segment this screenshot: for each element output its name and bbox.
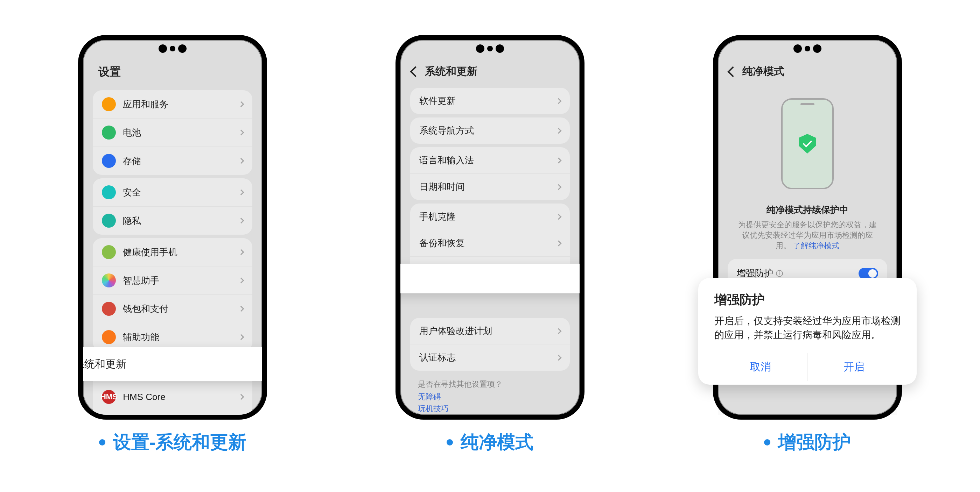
app-icon [102, 330, 116, 344]
app-icon [102, 214, 116, 228]
app-icon [102, 185, 116, 199]
settings-item-label: HMS Core [123, 392, 239, 403]
system-update-item[interactable]: 手机克隆 [410, 203, 570, 230]
phone-pure-mode: 纯净模式 纯净模式持续保护中 为提供更安全的服务以保护您的权益，建议优先安装经过… [713, 35, 902, 420]
settings-item-label: 隐私 [123, 215, 239, 227]
system-update-screen: 系统和更新 软件更新系统导航方式语言和输入法日期和时间手机克隆备份和恢复重置 用… [400, 40, 580, 415]
system-update-item[interactable]: 系统导航方式 [410, 117, 570, 144]
system-update-item-label: 手机克隆 [419, 211, 557, 223]
phone-notch [790, 44, 825, 53]
header-label: 系统和更新 [425, 64, 477, 79]
back-arrow-icon [410, 66, 421, 77]
system-update-item[interactable]: 软件更新 [410, 88, 570, 114]
chevron-right-icon [555, 98, 562, 104]
settings-item-label: 安全 [123, 186, 239, 198]
enhanced-protection-toggle[interactable] [859, 268, 878, 279]
app-icon [102, 418, 116, 420]
system-update-item-label: 系统导航方式 [419, 124, 557, 137]
app-icon [102, 245, 116, 259]
settings-group: 安全隐私 [93, 178, 252, 235]
system-update-item-label: 日期和时间 [419, 181, 557, 193]
phone-system-update: 系统和更新 软件更新系统导航方式语言和输入法日期和时间手机克隆备份和恢复重置 用… [396, 35, 584, 420]
system-update-group: 用户体验改进计划认证标志 [410, 318, 570, 371]
settings-item[interactable]: 应用和服务 [93, 90, 252, 118]
system-update-item[interactable]: 认证标志 [410, 344, 570, 371]
dialog-cancel-button[interactable]: 取消 [714, 353, 807, 381]
phone-settings: 设置 应用和服务电池存储安全隐私健康使用手机智慧助手钱包和支付辅助功能用户和帐户… [78, 35, 267, 420]
system-update-item[interactable]: 日期和时间 [410, 173, 570, 200]
phone-notch [155, 44, 190, 53]
app-icon [102, 154, 116, 168]
footer-link-tips[interactable]: 玩机技巧 [418, 403, 562, 414]
settings-item[interactable]: 健康使用手机 [93, 238, 252, 266]
footer-link-accessibility[interactable]: 无障碍 [418, 392, 562, 402]
enhanced-protection-dialog: 增强防护 开启后，仅支持安装经过华为应用市场检测的应用，并禁止运行病毒和风险应用… [698, 278, 916, 385]
chevron-right-icon [239, 278, 244, 284]
chevron-right-icon [239, 306, 244, 312]
system-update-item-label: 用户体验改进计划 [419, 325, 557, 337]
settings-item[interactable]: 电池 [93, 118, 252, 146]
system-update-item-label: 备份和恢复 [419, 237, 557, 249]
settings-item[interactable]: 隐私 [93, 206, 252, 235]
settings-item-label: 关于手机 [123, 419, 239, 420]
back-row[interactable]: 纯净模式 [725, 61, 890, 84]
info-icon[interactable]: i [776, 270, 783, 277]
settings-item-label: 辅助功能 [123, 331, 239, 343]
callout-pure-mode[interactable]: 纯净模式 [396, 263, 584, 294]
column-system-update: 系统和更新 软件更新系统导航方式语言和输入法日期和时间手机克隆备份和恢复重置 用… [396, 35, 584, 455]
settings-item-label: 存储 [123, 155, 239, 167]
settings-item[interactable]: 钱包和支付 [93, 294, 252, 323]
protection-illustration [725, 84, 890, 198]
chevron-right-icon [239, 102, 244, 107]
chevron-right-icon [239, 218, 244, 224]
column-settings: 设置 应用和服务电池存储安全隐私健康使用手机智慧助手钱包和支付辅助功能用户和帐户… [78, 35, 267, 455]
system-update-item-label: 软件更新 [419, 95, 557, 107]
app-icon [102, 125, 116, 140]
phone-shield-icon [781, 98, 834, 189]
settings-group: 应用和服务电池存储 [93, 90, 252, 175]
dialog-ok-button[interactable]: 开启 [807, 353, 900, 381]
chevron-right-icon [239, 249, 244, 255]
phone-notch [473, 44, 508, 53]
settings-item-label: 电池 [123, 127, 239, 139]
settings-item-label: 钱包和支付 [123, 303, 239, 315]
settings-item-label: 智慧助手 [123, 275, 239, 287]
back-row[interactable]: 系统和更新 [407, 61, 573, 84]
page-title: 设置 [90, 61, 255, 87]
settings-item-label: 应用和服务 [123, 98, 239, 111]
column-pure-mode: 纯净模式 纯净模式持续保护中 为提供更安全的服务以保护您的权益，建议优先安装经过… [713, 35, 902, 455]
chevron-right-icon [555, 355, 562, 360]
system-update-item[interactable]: 备份和恢复 [410, 230, 570, 256]
caption-1: 设置-系统和更新 [99, 430, 247, 455]
callout-system-update[interactable]: 系统和更新 [78, 347, 267, 381]
enhanced-protection-label: 增强防护 [737, 267, 773, 279]
back-arrow-icon [727, 66, 738, 77]
settings-item[interactable]: 安全 [93, 178, 252, 206]
callout-label: 纯净模式 [396, 271, 584, 286]
app-icon [102, 97, 116, 111]
app-icon [102, 302, 116, 316]
chevron-right-icon [239, 189, 244, 195]
system-update-item-label: 语言和输入法 [419, 154, 557, 167]
settings-item[interactable]: 智慧助手 [93, 266, 252, 294]
settings-item[interactable]: HMSHMS Core [93, 382, 252, 411]
dialog-body: 开启后，仅支持安装经过华为应用市场检测的应用，并禁止运行病毒和风险应用。 [714, 314, 900, 342]
system-update-item[interactable]: 用户体验改进计划 [410, 318, 570, 344]
caption-3: 增强防护 [764, 430, 851, 455]
settings-item[interactable]: 关于手机 [93, 411, 252, 420]
chevron-right-icon [555, 128, 562, 133]
chevron-right-icon [555, 157, 562, 163]
system-update-item[interactable]: 语言和输入法 [410, 147, 570, 173]
chevron-right-icon [555, 328, 562, 334]
hint-title: 纯净模式持续保护中 [725, 204, 890, 216]
learn-more-link[interactable]: 了解纯净模式 [793, 241, 839, 250]
system-update-group: 软件更新 [410, 88, 570, 114]
settings-item[interactable]: 存储 [93, 146, 252, 175]
system-update-group: 系统导航方式 [410, 117, 570, 144]
chevron-right-icon [239, 334, 244, 340]
system-update-item-label: 认证标志 [419, 351, 557, 363]
chevron-right-icon [555, 240, 562, 246]
dialog-title: 增强防护 [714, 291, 900, 308]
settings-item-label: 健康使用手机 [123, 246, 239, 259]
chevron-right-icon [555, 214, 562, 220]
